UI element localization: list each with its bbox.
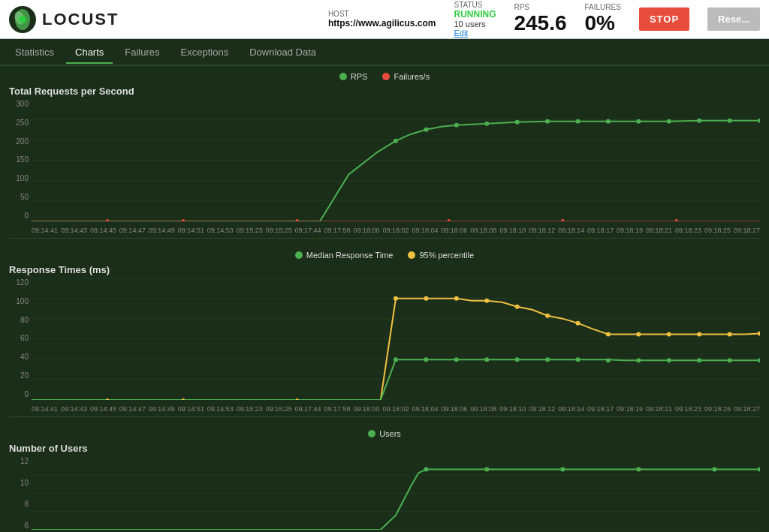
median-dot <box>295 251 303 259</box>
svg-point-54 <box>515 357 520 362</box>
nav-charts[interactable]: Charts <box>66 42 113 64</box>
header: LOCUST HOST https://www.agilicus.com STA… <box>0 0 769 39</box>
rps-chart-title: Total Requests per Second <box>9 86 760 97</box>
nav-download-data[interactable]: Download Data <box>240 42 325 64</box>
svg-point-37 <box>394 296 398 301</box>
host-label: HOST <box>328 10 436 18</box>
svg-point-26 <box>296 219 299 221</box>
svg-point-60 <box>697 358 701 362</box>
response-y-axis: 120 100 80 60 40 20 0 <box>9 278 32 398</box>
svg-point-40 <box>484 299 489 303</box>
svg-point-28 <box>561 219 564 221</box>
svg-point-42 <box>545 314 550 318</box>
rps-chart-section: RPS Failures/s Total Requests per Second… <box>9 72 760 239</box>
svg-point-17 <box>575 119 580 124</box>
svg-point-75 <box>712 467 716 472</box>
svg-point-25 <box>182 219 185 221</box>
svg-point-51 <box>424 357 428 362</box>
svg-point-24 <box>106 219 109 221</box>
navigation: Statistics Charts Failures Exceptions Do… <box>0 39 769 66</box>
svg-point-41 <box>515 305 520 309</box>
response-chart-legend: Median Response Time 95% percentile <box>9 251 760 260</box>
svg-point-13 <box>454 123 459 128</box>
svg-point-52 <box>454 357 459 362</box>
svg-point-48 <box>728 332 732 337</box>
svg-point-58 <box>636 358 641 362</box>
users-dot <box>368 430 375 437</box>
svg-point-65 <box>296 398 299 400</box>
svg-point-49 <box>758 332 760 336</box>
users-chart-legend: Users <box>9 429 760 438</box>
users-legend: Users <box>368 429 401 438</box>
svg-point-57 <box>606 358 611 362</box>
stop-button[interactable]: STOP <box>639 8 689 31</box>
svg-point-43 <box>575 321 580 326</box>
response-chart-title: Response Times (ms) <box>9 264 760 275</box>
percentile-legend-label: 95% percentile <box>419 251 474 260</box>
reset-button[interactable]: Rese... <box>707 8 760 31</box>
users-count: 10 users <box>454 20 496 29</box>
nav-exceptions[interactable]: Exceptions <box>172 42 238 64</box>
svg-point-18 <box>606 119 611 124</box>
svg-point-15 <box>515 120 520 125</box>
median-legend-label: Median Response Time <box>306 251 394 260</box>
svg-point-11 <box>394 139 398 143</box>
svg-point-61 <box>728 358 732 362</box>
svg-point-38 <box>424 296 428 301</box>
svg-point-76 <box>758 467 760 472</box>
rps-chart-svg <box>32 100 760 221</box>
rps-legend-rps: RPS <box>339 72 368 81</box>
users-chart-title: Number of Users <box>9 443 760 454</box>
svg-point-12 <box>424 128 428 132</box>
svg-point-20 <box>667 119 671 124</box>
users-chart-section: Users Number of Users 12 10 8 6 <box>9 429 760 532</box>
svg-point-55 <box>545 357 550 362</box>
rps-block: RPS 245.6 <box>514 3 566 35</box>
svg-point-50 <box>394 357 398 362</box>
locust-logo-icon <box>9 6 36 33</box>
users-y-axis: 12 10 8 6 <box>9 457 32 530</box>
svg-point-73 <box>560 467 565 472</box>
rps-chart-legend: RPS Failures/s <box>9 72 760 81</box>
svg-point-22 <box>728 119 732 123</box>
main-content: RPS Failures/s Total Requests per Second… <box>0 66 769 532</box>
failures-legend-label: Failures/s <box>394 72 430 81</box>
percentile-dot <box>408 251 415 259</box>
rps-value: 245.6 <box>514 11 566 35</box>
svg-point-27 <box>448 219 451 221</box>
app-title: LOCUST <box>42 10 119 29</box>
nav-statistics[interactable]: Statistics <box>6 42 63 64</box>
nav-failures[interactable]: Failures <box>116 42 168 64</box>
svg-point-46 <box>667 332 671 337</box>
failures-block: FAILURES 0% <box>585 3 621 35</box>
svg-point-71 <box>424 467 428 472</box>
svg-point-47 <box>697 332 701 337</box>
percentile-legend: 95% percentile <box>408 251 474 260</box>
svg-point-23 <box>758 119 760 123</box>
median-legend: Median Response Time <box>295 251 394 260</box>
failures-value: 0% <box>585 11 621 35</box>
rps-chart-container: 300 250 200 150 100 50 0 <box>9 100 760 239</box>
header-meta: HOST https://www.agilicus.com STATUS RUN… <box>328 1 760 38</box>
response-chart-inner <box>32 278 760 400</box>
svg-point-21 <box>697 119 701 123</box>
svg-point-3 <box>19 16 26 23</box>
svg-point-16 <box>545 119 550 124</box>
svg-point-64 <box>182 398 185 400</box>
host-block: HOST https://www.agilicus.com <box>328 10 436 29</box>
status-label: STATUS <box>454 1 496 9</box>
users-legend-label: Users <box>379 429 401 438</box>
rps-label: RPS <box>514 3 566 11</box>
edit-link[interactable]: Edit <box>454 29 496 38</box>
svg-point-45 <box>636 332 641 337</box>
failures-label: FAILURES <box>585 3 621 11</box>
users-chart-inner <box>32 457 760 530</box>
svg-point-74 <box>636 467 641 472</box>
svg-point-19 <box>636 119 641 124</box>
host-value: https://www.agilicus.com <box>328 18 436 29</box>
status-value: RUNNING <box>454 9 496 20</box>
rps-legend-label: RPS <box>351 72 368 81</box>
svg-point-72 <box>484 467 489 472</box>
rps-chart-inner <box>32 100 760 221</box>
rps-legend-failures: Failures/s <box>382 72 430 81</box>
